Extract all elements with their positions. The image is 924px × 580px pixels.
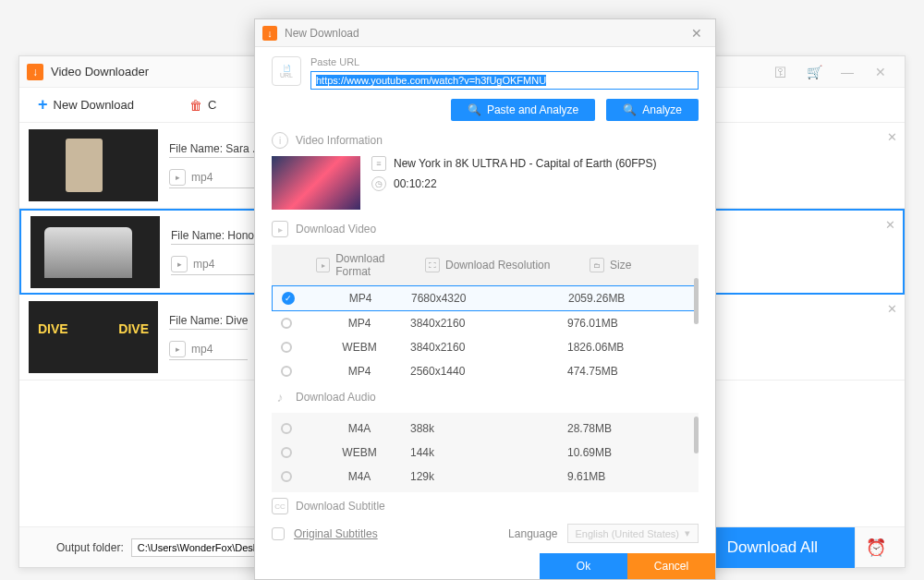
radio-button[interactable] bbox=[281, 423, 292, 434]
format-cell: M4A bbox=[309, 470, 410, 483]
clock-icon: ◷ bbox=[371, 176, 386, 191]
format-cell: WEBM bbox=[309, 341, 410, 354]
new-download-button[interactable]: + New Download bbox=[38, 95, 134, 115]
format-label: mp4 bbox=[191, 343, 213, 356]
format-label: mp4 bbox=[191, 171, 213, 184]
output-folder-label: Output folder: bbox=[56, 541, 124, 554]
resolution-cell: 7680x4320 bbox=[411, 292, 568, 305]
bitrate-cell: 144k bbox=[410, 446, 567, 459]
bitrate-cell: 388k bbox=[410, 422, 567, 435]
ok-button[interactable]: Ok bbox=[540, 553, 627, 579]
format-icon: ▸ bbox=[171, 256, 188, 272]
resolution-header-icon: ⛶ bbox=[425, 258, 440, 272]
format-row[interactable]: M4A 388k 28.78MB bbox=[272, 417, 699, 441]
format-label: mp4 bbox=[193, 258, 214, 271]
language-select[interactable]: English (United States)▾ bbox=[567, 524, 699, 543]
size-cell: 28.78MB bbox=[567, 422, 689, 435]
app-icon: ↓ bbox=[262, 26, 277, 41]
cc-icon: CC bbox=[272, 498, 288, 514]
url-input[interactable]: https://www.youtube.com/watch?v=h3fUgOKF… bbox=[310, 71, 699, 90]
resolution-cell: 3840x2160 bbox=[410, 317, 567, 330]
dialog-titlebar: ↓ New Download ✕ bbox=[255, 19, 715, 47]
analyze-button[interactable]: 🔍Analyze bbox=[606, 99, 699, 121]
dialog-footer: Ok Cancel bbox=[255, 553, 715, 579]
size-cell: 1826.06MB bbox=[567, 341, 689, 354]
format-cell: MP4 bbox=[309, 365, 410, 378]
radio-button[interactable] bbox=[281, 342, 292, 353]
size-header: Size bbox=[610, 259, 631, 272]
format-icon: ▸ bbox=[169, 341, 186, 357]
clear-button[interactable]: 🗑 C bbox=[189, 98, 216, 113]
audio-icon: ♪ bbox=[272, 389, 288, 405]
format-row[interactable]: MP4 2560x1440 474.75MB bbox=[272, 359, 699, 383]
size-cell: 9.61MB bbox=[567, 470, 689, 483]
url-text: https://www.youtube.com/watch?v=h3fUgOKF… bbox=[316, 75, 546, 86]
close-button[interactable]: ✕ bbox=[864, 59, 897, 85]
chevron-down-icon: ▾ bbox=[685, 527, 690, 539]
download-audio-heading: ♪ Download Audio bbox=[272, 389, 699, 405]
app-icon: ↓ bbox=[27, 64, 43, 80]
format-row[interactable]: WEBM 3840x2160 1826.06MB bbox=[272, 335, 699, 359]
minimize-button[interactable]: — bbox=[831, 59, 864, 85]
search-icon: 🔍 bbox=[468, 103, 481, 116]
clear-label: C bbox=[208, 98, 216, 112]
format-row[interactable]: ✓ MP4 7680x4320 2059.26MB bbox=[272, 285, 699, 311]
app-title: Video Downloader bbox=[51, 65, 149, 79]
video-thumbnail bbox=[272, 156, 360, 210]
size-cell: 474.75MB bbox=[567, 365, 689, 378]
video-title: New York in 8K ULTRA HD - Capital of Ear… bbox=[394, 157, 657, 170]
format-header: Download Format bbox=[335, 252, 418, 278]
format-header-icon: ▸ bbox=[316, 258, 330, 272]
schedule-button[interactable]: ⏰ bbox=[855, 527, 895, 568]
size-cell: 10.69MB bbox=[567, 446, 689, 459]
scrollbar-thumb[interactable] bbox=[694, 417, 699, 453]
format-row[interactable]: WEBM 144k 10.69MB bbox=[272, 441, 699, 465]
paste-and-analyze-button[interactable]: 🔍Paste and Analyze bbox=[451, 99, 595, 121]
size-cell: 976.01MB bbox=[567, 317, 689, 330]
resolution-cell: 2560x1440 bbox=[410, 365, 567, 378]
language-label: Language bbox=[508, 527, 557, 540]
format-cell: MP4 bbox=[309, 317, 410, 330]
size-header-icon: 🗀 bbox=[590, 258, 604, 272]
trash-icon: 🗑 bbox=[189, 98, 202, 113]
download-video-heading: ▸ Download Video bbox=[272, 221, 699, 237]
download-subtitle-heading: CC Download Subtitle bbox=[272, 498, 699, 514]
thumbnail bbox=[29, 129, 158, 201]
radio-button[interactable] bbox=[281, 447, 292, 458]
format-cell: MP4 bbox=[310, 292, 411, 305]
cart-icon[interactable]: 🛒 bbox=[797, 59, 831, 85]
remove-row-button[interactable]: ✕ bbox=[887, 302, 897, 316]
thumbnail bbox=[29, 301, 158, 373]
original-subtitles-label: Original Subtitles bbox=[294, 527, 378, 540]
plus-icon: + bbox=[38, 95, 48, 115]
video-duration: 00:10:22 bbox=[394, 177, 437, 190]
format-cell: M4A bbox=[309, 422, 410, 435]
radio-button[interactable] bbox=[281, 471, 292, 482]
file-name-label: File Name: Dive bbox=[169, 314, 248, 330]
bitrate-cell: 129k bbox=[410, 470, 567, 483]
size-cell: 2059.26MB bbox=[568, 292, 688, 305]
remove-row-button[interactable]: ✕ bbox=[887, 130, 897, 144]
file-name-label: File Name: Hono bbox=[171, 229, 254, 245]
scrollbar-thumb[interactable] bbox=[694, 278, 699, 324]
video-format-table: ▸Download Format ⛶Download Resolution 🗀S… bbox=[272, 245, 699, 383]
radio-button[interactable] bbox=[281, 366, 292, 377]
remove-row-button[interactable]: ✕ bbox=[885, 218, 895, 232]
key-icon[interactable]: ⚿ bbox=[764, 59, 797, 85]
format-cell: WEBM bbox=[309, 446, 410, 459]
original-subtitles-checkbox[interactable] bbox=[272, 527, 285, 540]
paste-url-label: Paste URL bbox=[310, 56, 699, 67]
cancel-button[interactable]: Cancel bbox=[627, 553, 715, 579]
audio-format-table: M4A 388k 28.78MB WEBM 144k 10.69MB M4A 1… bbox=[272, 413, 699, 492]
document-icon: ≡ bbox=[371, 156, 386, 171]
search-icon: 🔍 bbox=[623, 103, 637, 116]
url-icon: 📄URL bbox=[272, 56, 301, 86]
dialog-close-button[interactable]: ✕ bbox=[686, 26, 708, 41]
radio-button[interactable]: ✓ bbox=[282, 292, 295, 305]
resolution-header: Download Resolution bbox=[445, 259, 550, 272]
format-icon: ▸ bbox=[169, 169, 186, 186]
format-row[interactable]: MP4 3840x2160 976.01MB bbox=[272, 311, 699, 335]
format-row[interactable]: M4A 129k 9.61MB bbox=[272, 465, 699, 489]
new-download-dialog: ↓ New Download ✕ 📄URL Paste URL https://… bbox=[254, 18, 716, 580]
radio-button[interactable] bbox=[281, 318, 292, 329]
